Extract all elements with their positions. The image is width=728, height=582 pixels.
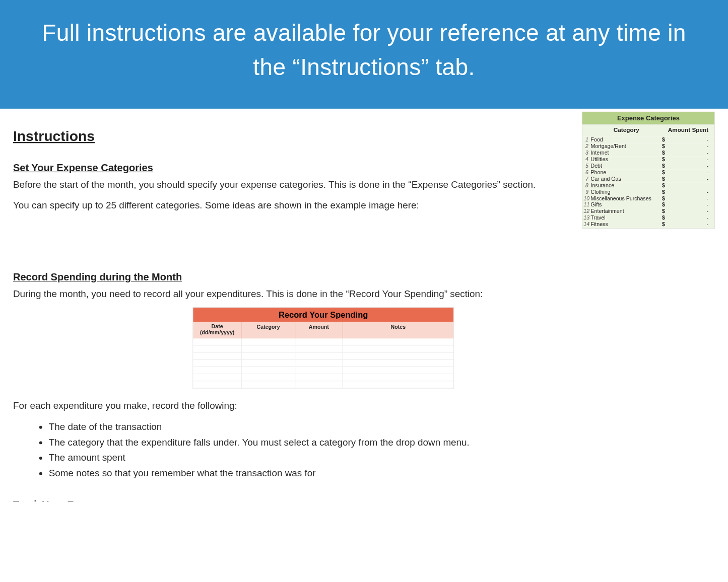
expense-categories-preview: Expense Categories Category Amount Spent… (582, 112, 715, 229)
set-categories-p2: You can specify up to 25 different categ… (13, 198, 572, 213)
record-row (193, 360, 453, 367)
section-record-spending: Record Spending during the Month (13, 271, 572, 283)
set-categories-p1: Before the start of the month, you shoul… (13, 178, 572, 192)
section-track-expenses: Track Your Expenses (13, 499, 572, 501)
record-row (193, 374, 453, 381)
category-row: 3Internet$- (582, 150, 714, 156)
record-spending-title: Record Your Spending (193, 308, 453, 322)
category-row: 13Travel$- (582, 215, 714, 222)
section-set-categories: Set Your Expense Categories (13, 162, 572, 174)
bullet-item: Some notes so that you remember what the… (49, 466, 572, 481)
category-row: 9Clothing$- (582, 189, 714, 195)
record-row (193, 382, 453, 389)
categories-header-amount: Amount Spent (662, 125, 714, 137)
bullet-item: The date of the transaction (49, 419, 572, 435)
bullet-item: The category that the expenditure falls … (49, 435, 572, 451)
category-row: 8Insurance$- (582, 182, 714, 189)
category-row: 4Utilities$- (582, 156, 714, 163)
record-col-category: Category (242, 322, 295, 339)
page-title: Instructions (13, 128, 572, 144)
banner-text: Full instructions are available for your… (42, 20, 686, 79)
record-spending-header: Date (dd/mm/yyyy) Category Amount Notes (193, 322, 453, 339)
record-row (193, 339, 453, 346)
categories-header: Category Amount Spent (582, 125, 714, 137)
record-spending-preview: Record Your Spending Date (dd/mm/yyyy) C… (192, 307, 454, 389)
record-col-date: Date (dd/mm/yyyy) (193, 322, 242, 339)
category-row: 5Debt$- (582, 163, 714, 169)
category-row: 10Miscellaneous Purchases$- (582, 195, 714, 202)
record-spending-p1: During the month, you need to record all… (13, 286, 572, 301)
record-row (193, 367, 453, 374)
category-row: 1Food$- (582, 136, 714, 143)
category-row: 6Phone$- (582, 169, 714, 176)
record-row (193, 346, 453, 353)
categories-title: Expense Categories (582, 112, 714, 125)
bullet-item: The amount spent (49, 450, 572, 466)
record-spending-p2: For each expenditure you make, record th… (13, 399, 572, 413)
record-spending-bullets: The date of the transactionThe category … (49, 419, 572, 481)
categories-header-category: Category (591, 125, 663, 137)
record-col-notes: Notes (343, 322, 453, 339)
banner-message: Full instructions are available for your… (0, 0, 728, 109)
category-row: 7Car and Gas$- (582, 176, 714, 182)
record-col-amount: Amount (295, 322, 343, 339)
category-row: 11Gifts$- (582, 202, 714, 208)
category-row: 14Fitness$- (582, 222, 714, 228)
category-row: 2Mortgage/Rent$- (582, 143, 714, 150)
category-row: 12Entertainment$- (582, 208, 714, 215)
record-row (193, 353, 453, 360)
instructions-content: Expense Categories Category Amount Spent… (0, 109, 728, 501)
